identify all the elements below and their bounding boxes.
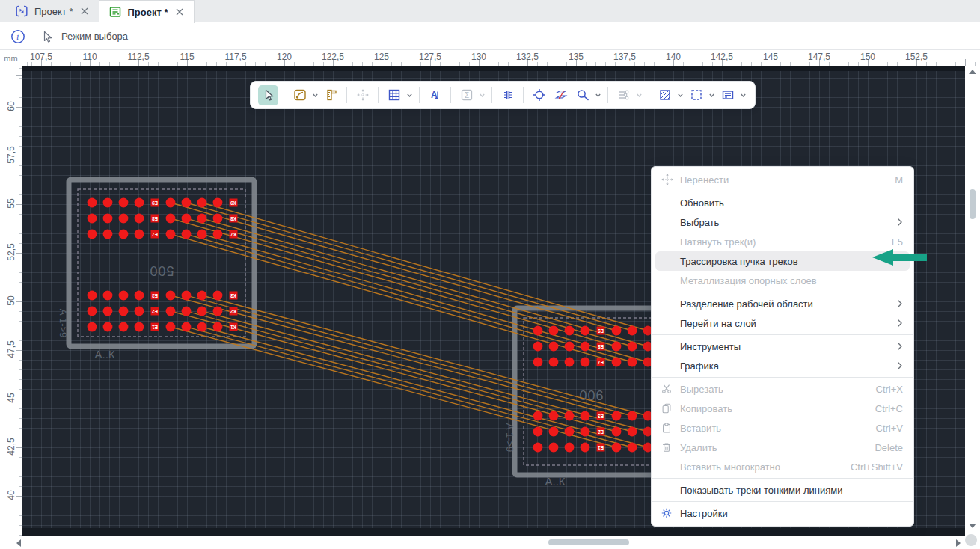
chevron-down-icon[interactable] [634,85,643,105]
menu-tools[interactable]: Инструменты [652,337,913,356]
pad[interactable] [119,307,129,316]
pad[interactable] [88,230,97,239]
pad[interactable] [103,230,113,239]
scroll-right-icon[interactable] [956,539,961,547]
crosshair-button[interactable] [529,85,549,105]
sigma-button[interactable]: Σ [456,85,477,105]
close-icon[interactable] [174,7,185,17]
pad[interactable] [135,291,144,301]
track[interactable] [202,218,648,346]
pad[interactable] [166,230,176,239]
pad[interactable] [628,427,637,437]
pad[interactable] [612,326,622,336]
scroll-left-icon[interactable] [16,539,21,547]
pad[interactable] [533,342,543,352]
pad[interactable] [533,411,543,421]
hatch-button[interactable] [655,85,675,105]
pad[interactable] [103,307,113,316]
pad[interactable] [182,291,192,301]
pad[interactable] [88,291,97,301]
pad[interactable] [533,443,543,453]
pad[interactable] [166,322,176,332]
chevron-down-icon[interactable] [707,85,716,105]
pad[interactable] [612,427,622,437]
zoom-button[interactable] [572,85,592,105]
menu-graphics[interactable]: Графика [652,356,913,375]
chevron-down-icon[interactable] [593,85,602,105]
menu-settings[interactable]: Настройки [652,503,913,523]
pad[interactable] [182,322,192,332]
pad[interactable] [612,411,622,421]
chevron-down-icon[interactable] [405,85,414,105]
scroll-corner-widget[interactable] [965,534,977,546]
chevron-down-icon[interactable] [477,85,486,105]
pad[interactable] [135,230,144,239]
cursor-button[interactable] [258,85,278,105]
pad[interactable] [565,443,575,453]
netlist-button[interactable] [613,85,634,105]
tab-project-pcb[interactable]: Проект * [99,0,195,23]
menu-cut[interactable]: ВырезатьCtrl+X [652,379,913,399]
pad[interactable] [135,214,144,224]
pad[interactable] [103,214,113,224]
vertical-scrollbar[interactable] [965,66,980,536]
chevron-down-icon[interactable] [738,85,747,105]
pad[interactable] [533,326,543,336]
pad[interactable] [581,342,590,352]
pad[interactable] [182,198,192,208]
pad[interactable] [88,322,97,332]
track[interactable] [202,203,648,331]
component-outline[interactable] [69,180,254,346]
pad[interactable] [135,307,144,316]
pad[interactable] [612,342,622,352]
pad[interactable] [182,230,192,239]
pad[interactable] [119,214,129,224]
pad[interactable] [565,427,575,437]
pad[interactable] [103,291,113,301]
vertical-scroll-thumb[interactable] [970,189,976,219]
pad[interactable] [103,322,113,332]
menu-delete[interactable]: УдалитьDelete [652,438,913,457]
pad[interactable] [197,322,207,332]
pad[interactable] [166,291,176,301]
menu-paste-multiple[interactable]: Вставить многократноCtrl+Shift+V [652,457,913,476]
pad[interactable] [612,358,622,367]
move-button[interactable] [352,85,373,105]
pad[interactable] [197,291,207,301]
pad[interactable] [549,358,559,367]
track[interactable] [186,295,632,416]
pad[interactable] [549,443,559,453]
pad[interactable] [119,322,129,332]
pad[interactable] [213,230,223,239]
pad[interactable] [197,307,207,316]
pad[interactable] [119,230,129,239]
menu-paste[interactable]: ВставитьCtrl+V [652,418,913,438]
pad[interactable] [135,198,144,208]
pad[interactable] [103,198,113,208]
pad[interactable] [135,322,144,332]
ruler-button[interactable] [321,85,341,105]
route-button[interactable] [290,85,310,105]
scroll-down-icon[interactable] [969,524,976,528]
menu-goto-layer[interactable]: Перейти на слой [652,313,913,333]
dashed-rect-button[interactable] [686,85,706,105]
pad[interactable] [88,307,97,316]
pad[interactable] [166,307,176,316]
pad[interactable] [213,322,223,332]
pad[interactable] [197,230,207,239]
info-icon[interactable]: i [10,29,25,44]
menu-plating[interactable]: Металлизация опорных слоев [652,271,913,290]
track[interactable] [202,234,648,362]
pad[interactable] [119,291,129,301]
menu-copy[interactable]: КопироватьCtrl+C [652,399,913,418]
menu-split-workspace[interactable]: Разделение рабочей области [652,294,913,313]
pad[interactable] [88,214,97,224]
menu-thin-tracks[interactable]: Показывать треки тонкими линиями [652,480,913,500]
chevron-down-icon[interactable] [676,85,685,105]
close-icon[interactable] [79,6,90,16]
pad[interactable] [612,443,622,453]
pad[interactable] [88,198,97,208]
pad[interactable] [213,198,223,208]
pad[interactable] [166,198,176,208]
pad[interactable] [549,411,559,421]
